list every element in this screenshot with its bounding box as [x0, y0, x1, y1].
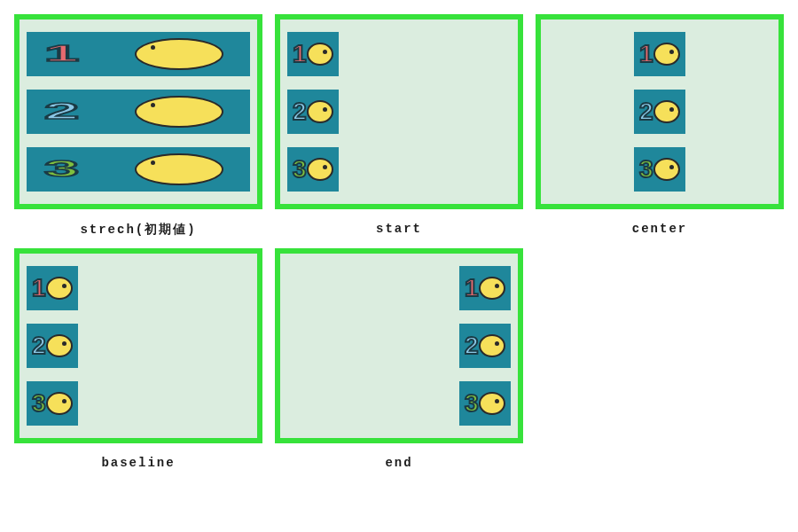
- cell-start: 1 2 3 start: [275, 14, 523, 238]
- number-3-icon: 3: [32, 389, 46, 418]
- grid-row: 3: [27, 381, 250, 426]
- bird-icon: [479, 334, 505, 357]
- bird-icon: [307, 158, 333, 181]
- grid-row: 3: [27, 147, 250, 192]
- panel-start: 1 2 3: [275, 14, 523, 209]
- bird-icon: [46, 334, 73, 357]
- number-2-icon: 2: [32, 332, 46, 360]
- panel-center: 1 2 3: [536, 14, 784, 209]
- grid-item-3: 3: [634, 147, 685, 192]
- grid-row: 3: [287, 147, 511, 192]
- grid-row: 3: [548, 147, 771, 192]
- panel-label: start: [376, 222, 422, 236]
- number-1-icon: 1: [32, 274, 46, 302]
- number-1-icon: 1: [44, 41, 79, 67]
- grid-item-2: 2: [634, 90, 685, 134]
- number-1-icon: 1: [293, 40, 307, 68]
- cell-end: 1 2 3 end: [275, 248, 523, 470]
- grid-item-3: 3: [27, 147, 250, 192]
- grid-item-1: 1: [287, 32, 339, 76]
- cell-center: 1 2 3 center: [536, 14, 784, 238]
- cell-baseline: 1 2 3 baseline: [14, 248, 262, 470]
- grid-row: 1: [27, 32, 250, 76]
- grid-item-1: 1: [634, 32, 685, 76]
- grid-row: 2: [27, 324, 250, 368]
- grid-row: 2: [287, 90, 511, 134]
- grid-item-1: 1: [27, 32, 250, 76]
- bird-icon: [653, 43, 680, 66]
- grid-row: 1: [287, 266, 511, 310]
- panel-end: 1 2 3: [275, 248, 523, 443]
- number-3-icon: 3: [44, 157, 79, 184]
- bird-icon: [479, 392, 505, 415]
- bird-icon: [653, 100, 680, 123]
- bird-icon: [653, 158, 680, 181]
- panel-stretch: 1 2 3: [14, 14, 262, 209]
- grid-item-1: 1: [459, 266, 511, 310]
- grid-row: 1: [27, 266, 250, 310]
- panel-label: baseline: [101, 456, 175, 470]
- bird-icon: [46, 392, 73, 415]
- number-2-icon: 2: [44, 98, 79, 125]
- number-1-icon: 1: [639, 40, 653, 68]
- bird-icon: [307, 43, 333, 66]
- bird-icon: [479, 277, 505, 300]
- number-2-icon: 2: [293, 98, 307, 126]
- grid-item-1: 1: [27, 266, 78, 310]
- grid-item-3: 3: [27, 381, 78, 426]
- grid-item-2: 2: [27, 324, 78, 368]
- bird-icon: [46, 277, 73, 300]
- bird-icon: [135, 153, 223, 185]
- bird-icon: [307, 100, 333, 123]
- cell-stretch: 1 2 3 strech(初期値): [14, 14, 262, 238]
- number-1-icon: 1: [465, 274, 479, 302]
- grid-row: 2: [287, 324, 511, 368]
- panel-label: end: [385, 456, 412, 470]
- grid-row: 3: [287, 381, 511, 426]
- demo-grid: 1 2 3 strech(初期値) 1: [14, 14, 784, 470]
- bird-icon: [135, 96, 223, 128]
- grid-item-2: 2: [459, 324, 511, 368]
- grid-row: 1: [548, 32, 771, 76]
- panel-label: center: [632, 222, 687, 236]
- number-2-icon: 2: [465, 332, 479, 360]
- bird-icon: [135, 38, 223, 70]
- number-2-icon: 2: [639, 98, 653, 126]
- grid-item-3: 3: [287, 147, 339, 192]
- number-3-icon: 3: [293, 155, 307, 184]
- grid-row: 2: [548, 90, 771, 134]
- panel-label: strech(初期値): [80, 222, 196, 238]
- grid-row: 1: [287, 32, 511, 76]
- number-3-icon: 3: [639, 155, 653, 184]
- panel-baseline: 1 2 3: [14, 248, 262, 443]
- grid-item-2: 2: [27, 90, 250, 134]
- number-3-icon: 3: [465, 389, 479, 418]
- grid-row: 2: [27, 90, 250, 134]
- grid-item-3: 3: [459, 381, 511, 426]
- grid-item-2: 2: [287, 90, 339, 134]
